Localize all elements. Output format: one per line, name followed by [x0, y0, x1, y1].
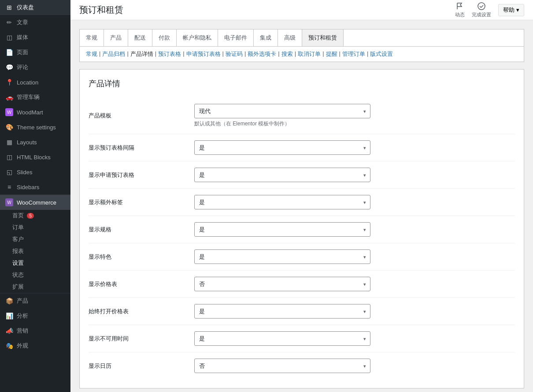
- tab-email[interactable]: 电子邮件: [218, 29, 254, 46]
- label-show-specs: 显示规格: [89, 226, 185, 234]
- settings-panel: 产品详情 产品模板 现代 经典 默认 ▾ 默认或其他（在 Elementor 模…: [79, 69, 524, 388]
- woo-sub-extensions[interactable]: 扩展: [0, 281, 70, 293]
- breadcrumb-reminder[interactable]: 提醒: [326, 50, 337, 58]
- sidebar: ⊞ 仪表盘 ✏ 文章 ◫ 媒体 📄 页面 💬 评论 📍 Location 🚗 管…: [0, 0, 70, 392]
- product-template-note: 默认或其他（在 Elementor 模板中制作）: [194, 120, 515, 128]
- sidebar-label-slides: Slides: [17, 169, 32, 176]
- sidebar-item-products[interactable]: 📦 产品: [0, 293, 70, 308]
- sidebar-item-sidebars[interactable]: ≡ Sidebars: [0, 180, 70, 194]
- form-row-show-features: 显示特色 是否 ▾: [89, 243, 515, 271]
- sidebar-label-comments: 评论: [17, 63, 28, 71]
- breadcrumb-search[interactable]: 搜索: [281, 50, 293, 58]
- sidebar-item-marketing[interactable]: 📣 营销: [0, 323, 70, 338]
- woo-customers-label: 客户: [12, 236, 24, 242]
- select-always-open-price-table[interactable]: 是否: [194, 304, 370, 319]
- woo-sub-reports[interactable]: 报表: [0, 245, 70, 257]
- sidebar-label-dashboard: 仪表盘: [17, 4, 34, 11]
- select-show-calendar[interactable]: 是否: [194, 359, 370, 373]
- tab-general[interactable]: 常规: [80, 29, 104, 46]
- sidebar-item-slides[interactable]: ◱ Slides: [0, 165, 70, 180]
- sidebar-item-theme-settings[interactable]: 🎨 Theme settings: [0, 120, 70, 135]
- select-show-features[interactable]: 是否: [194, 249, 370, 264]
- settings-tabs: 常规 产品 配送 付款 帐户和隐私 电子邮件 集成 高级 预订和租赁: [79, 29, 524, 47]
- woo-home-label: 首页: [12, 212, 24, 219]
- sidebar-item-location[interactable]: 📍 Location: [0, 75, 70, 90]
- woo-extensions-label: 扩展: [12, 284, 24, 290]
- form-row-always-open-price-table: 始终打开价格表 是否 ▾: [89, 298, 515, 325]
- tab-accounts[interactable]: 帐户和隐私: [177, 29, 218, 46]
- breadcrumb-archive[interactable]: 产品归档: [102, 50, 125, 58]
- sidebar-label-marketing: 营销: [17, 327, 28, 335]
- sidebar-item-layouts[interactable]: ▦ Layouts: [0, 135, 70, 150]
- sidebar-label-media: 媒体: [17, 33, 28, 41]
- select-product-template[interactable]: 现代 经典 默认: [194, 104, 370, 118]
- sidebar-item-vehicles[interactable]: 🚗 管理车辆: [0, 90, 70, 105]
- breadcrumb-layout-settings[interactable]: 版式设置: [370, 50, 393, 58]
- woo-sub-status[interactable]: 状态: [0, 269, 70, 281]
- woocommerce-section: W WooCommerce 首页 5 订单 客户 报表 设置 状态 扩展: [0, 194, 70, 293]
- breadcrumb-general[interactable]: 常规: [86, 50, 97, 58]
- woo-sub-home[interactable]: 首页 5: [0, 210, 70, 222]
- comments-icon: 💬: [5, 63, 13, 71]
- woodmart-icon: W: [5, 108, 13, 116]
- select-wrapper-show-features: 是否 ▾: [194, 249, 370, 264]
- select-show-price-table[interactable]: 是否: [194, 277, 370, 291]
- sidebar-item-comments[interactable]: 💬 评论: [0, 60, 70, 75]
- breadcrumb-manage-orders[interactable]: 管理订单: [342, 50, 365, 58]
- sidebar-item-media[interactable]: ◫ 媒体: [0, 30, 70, 45]
- select-wrapper-product-template: 现代 经典 默认 ▾: [194, 104, 370, 118]
- control-show-specs: 是否 ▾: [194, 222, 515, 237]
- layouts-icon: ▦: [5, 138, 13, 146]
- tab-advanced[interactable]: 高级: [278, 29, 302, 46]
- sidebar-label-layouts: Layouts: [17, 139, 37, 146]
- flag-icon: [455, 2, 464, 11]
- select-show-price-interval[interactable]: 是否: [194, 140, 370, 155]
- woo-settings-label: 设置: [12, 260, 24, 266]
- breadcrumb-captcha[interactable]: 验证码: [226, 50, 243, 58]
- sidebar-item-appearance[interactable]: 🎭 外观: [0, 338, 70, 353]
- setup-label: 完成设置: [472, 11, 491, 18]
- tab-payment[interactable]: 付款: [152, 29, 177, 46]
- tab-products[interactable]: 产品: [104, 29, 128, 46]
- sidebar-item-woocommerce[interactable]: W WooCommerce: [0, 195, 70, 210]
- sidebar-item-woodmart[interactable]: W WoodMart: [0, 105, 70, 120]
- select-show-request-form[interactable]: 是否: [194, 168, 370, 182]
- select-wrapper-show-specs: 是否 ▾: [194, 222, 370, 237]
- dashboard-icon: ⊞: [5, 4, 13, 11]
- sidebar-item-html-blocks[interactable]: ◫ HTML Blocks: [0, 150, 70, 165]
- sidebar-item-dashboard[interactable]: ⊞ 仪表盘: [0, 0, 70, 15]
- tab-shipping[interactable]: 配送: [128, 29, 152, 46]
- breadcrumb-request-form[interactable]: 申请预订表格: [186, 50, 221, 58]
- select-show-specs[interactable]: 是否: [194, 222, 370, 237]
- sidebars-icon: ≡: [5, 183, 13, 191]
- form-row-show-price-table: 显示价格表 是否 ▾: [89, 271, 515, 298]
- select-show-unavailable-time[interactable]: 是否: [194, 331, 370, 346]
- appearance-icon: 🎭: [5, 342, 13, 350]
- sidebar-label-location: Location: [17, 79, 38, 86]
- posts-icon: ✏: [5, 18, 13, 26]
- breadcrumb-cancel-order[interactable]: 取消订单: [298, 50, 321, 58]
- sidebar-item-analytics[interactable]: 📊 分析: [0, 308, 70, 323]
- complete-setup-btn[interactable]: 完成设置: [472, 2, 491, 18]
- activity-icon-btn[interactable]: 动态: [455, 2, 465, 18]
- select-wrapper-show-unavailable-time: 是否 ▾: [194, 331, 370, 346]
- breadcrumb-extra-tabs[interactable]: 额外选项卡: [248, 50, 276, 58]
- sidebar-label-products: 产品: [17, 297, 28, 305]
- help-button[interactable]: 帮助 ▾: [498, 4, 524, 16]
- topbar: 预订和租赁 动态 完成设置 帮助 ▾: [70, 0, 533, 20]
- main-area: 预订和租赁 动态 完成设置 帮助 ▾ 常规 产品: [70, 0, 533, 392]
- analytics-icon: 📊: [5, 312, 13, 320]
- sidebar-item-posts[interactable]: ✏ 文章: [0, 15, 70, 30]
- breadcrumb-booking-form[interactable]: 预订表格: [158, 50, 181, 58]
- sidebar-item-pages[interactable]: 📄 页面: [0, 45, 70, 60]
- form-row-show-specs: 显示规格 是否 ▾: [89, 216, 515, 243]
- woo-sub-customers[interactable]: 客户: [0, 234, 70, 245]
- topbar-actions: 动态 完成设置 帮助 ▾: [455, 2, 524, 18]
- tab-integration[interactable]: 集成: [254, 29, 278, 46]
- sidebar-label-pages: 页面: [17, 48, 28, 56]
- form-row-show-calendar: 显示日历 是否 ▾: [89, 352, 515, 379]
- tab-booking[interactable]: 预订和租赁: [302, 29, 344, 46]
- woo-sub-settings[interactable]: 设置: [0, 257, 70, 269]
- select-show-extra-tags[interactable]: 是否: [194, 195, 370, 209]
- woo-sub-orders[interactable]: 订单: [0, 222, 70, 234]
